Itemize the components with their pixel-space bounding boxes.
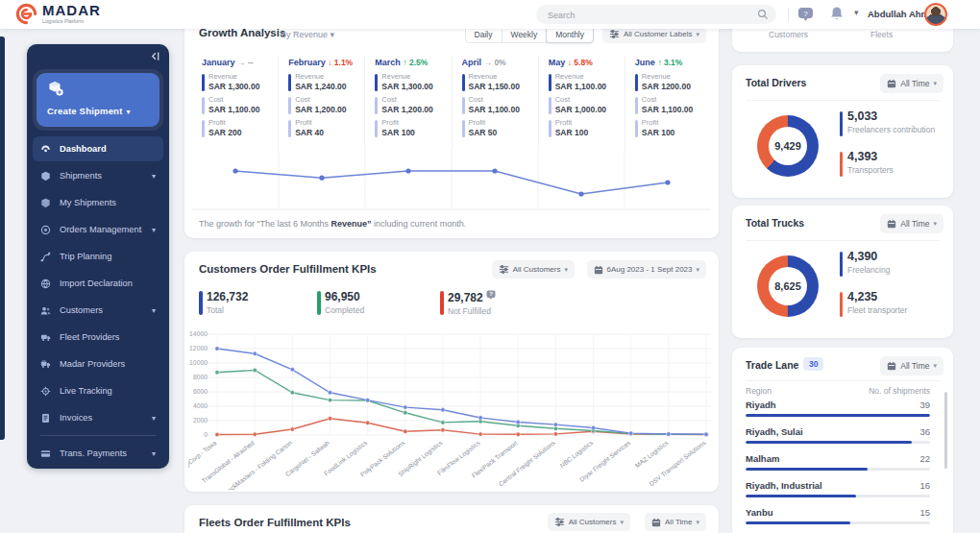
sidebar-item-fleet-providers[interactable]: Fleet Providers (33, 325, 163, 350)
dashboard-icon (40, 144, 52, 155)
region-name: Riyadh, Sulai (746, 426, 803, 437)
month-stat-profit: ProfitSAR 100 (549, 118, 625, 138)
avatar[interactable] (924, 3, 947, 26)
search-input[interactable] (546, 5, 751, 26)
sliders-icon (609, 29, 620, 39)
sliders-icon (554, 517, 565, 527)
customers-kpi-line-chart: 14000120001000080006000400020000LogiCorp… (188, 327, 715, 490)
fleets-time-filter[interactable]: All Time ▾ (645, 513, 706, 531)
month-stat-revenue: RevenueSAR 1,100.00 (549, 72, 625, 92)
by-revenue-dropdown[interactable]: By Revenue ▾ (281, 30, 334, 39)
svg-text:6000: 6000 (193, 388, 208, 395)
trade-lane-time-filter[interactable]: All Time ▾ (880, 356, 943, 376)
fleets-all-customers-filter[interactable]: All Customers ▾ (548, 513, 630, 531)
growth-line-chart (192, 148, 711, 215)
chevron-down-icon: ▾ (152, 172, 156, 181)
trade-lane-row-malham: Malham22 (746, 453, 930, 480)
shipments-count: 16 (919, 480, 930, 491)
sidebar-item-shipments[interactable]: Shipments▾ (33, 163, 163, 188)
sidebar-item-madar-providers[interactable]: Madar Providers (33, 351, 163, 376)
peek-tab-fleets[interactable]: Fleets (870, 30, 893, 39)
peek-tab-customers[interactable]: Customers (769, 30, 808, 39)
user-menu-chevron-icon[interactable]: ▾ (854, 8, 859, 17)
collapse-sidebar-icon[interactable] (150, 51, 160, 61)
customers-icon (40, 305, 52, 316)
shipments-bar (746, 414, 930, 417)
kpi-not-fulfilled: 29,782? Not Fulfilled (440, 290, 496, 316)
sidebar-item-invoices[interactable]: Invoices▾ (33, 405, 163, 430)
import-declaration-icon (40, 279, 52, 289)
kpi-completed: 96,950 Completed (317, 290, 364, 315)
svg-text:14000: 14000 (189, 330, 208, 337)
help-chat-icon[interactable]: ? (797, 7, 814, 22)
month-stat-profit: ProfitSAR 50 (462, 118, 538, 138)
svg-text:NBC Logistics: NBC Logistics (558, 439, 595, 470)
shipments-icon (40, 171, 52, 182)
total-trucks-card: Total Trucks All Time ▾ 8,625 4,390 Free… (732, 206, 953, 338)
chevron-down-icon: ▾ (331, 30, 335, 39)
topbar-divider (788, 8, 789, 21)
trend-up-icon: ↑ 3.1% (657, 58, 682, 67)
logo[interactable]: MADAR Logistics Platform (15, 3, 101, 25)
chevron-down-icon: ▾ (152, 226, 156, 234)
region-name: Malham (746, 453, 779, 464)
create-shipment-button[interactable]: Create Shipment▾ (37, 73, 159, 127)
sidebar-item-orders-management[interactable]: Orders Management▾ (33, 217, 163, 242)
invoices-icon (40, 413, 52, 424)
customers-kpi-title: Customers Order Fulfillment KPIs (199, 263, 377, 275)
chevron-down-icon: ▾ (620, 519, 624, 526)
total-drivers-title: Total Drivers (746, 77, 806, 88)
chevron-down-icon: ▾ (933, 80, 937, 87)
chevron-down-icon: ▾ (933, 362, 937, 370)
payments-icon (40, 448, 52, 459)
trip-planning-icon (40, 252, 52, 262)
month-header: June ↑ 3.1% (635, 58, 711, 67)
month-stat-cost: CostSAR 1,000.00 (549, 95, 625, 115)
fleets-kpi-title: Fleets Order Fulfillment KPIs (199, 517, 351, 528)
sidebar: Create Shipment▾ DashboardShipments▾My S… (27, 44, 169, 469)
svg-text:?: ? (803, 10, 808, 18)
sidebar-item-live-tracking[interactable]: Live Tracking (33, 378, 163, 403)
month-stat-cost: CostSAR 1,100.00 (635, 95, 711, 115)
search-icon[interactable] (757, 9, 769, 20)
bell-icon[interactable] (830, 6, 844, 22)
date-range-filter[interactable]: 6Aug 2023 - 1 Sept 2023 ▾ (587, 260, 706, 279)
month-header: March ↑ 2.5% (375, 58, 451, 67)
info-tooltip-icon[interactable]: ? (486, 290, 496, 300)
sidebar-item-trans-payments[interactable]: Trans. Payments▾ (33, 441, 163, 466)
calendar-icon (887, 79, 896, 88)
madar-providers-icon (40, 359, 52, 370)
month-stat-profit: ProfitSAR 100 (635, 118, 711, 138)
shipments-bar (746, 468, 930, 471)
sidebar-nav: DashboardShipments▾My ShipmentsOrders Ma… (33, 136, 163, 468)
scrollbar-thumb[interactable] (944, 392, 947, 469)
month-stat-cost: CostSAR 1,200.00 (375, 95, 451, 115)
sidebar-divider (40, 435, 156, 436)
live-tracking-icon (40, 386, 52, 397)
sidebar-item-trip-planning[interactable]: Trip Planning (33, 244, 163, 269)
customers-kpi-card: Customers Order Fulfillment KPIs All Cus… (184, 252, 719, 492)
growth-analysis-card: Growth Analysis By Revenue ▾ DailyWeekly… (184, 15, 719, 238)
svg-text:10000: 10000 (189, 359, 208, 366)
sidebar-item-import-declaration[interactable]: Import Declaration (33, 271, 163, 296)
trucks-time-filter[interactable]: All Time ▾ (880, 214, 943, 233)
month-column-june: June ↑ 3.1%RevenueSAR 1200.00CostSAR 1,1… (625, 56, 711, 148)
madar-logo-icon (15, 3, 37, 25)
sidebar-item-customers[interactable]: Customers▾ (33, 298, 163, 323)
create-shipment-icon (47, 80, 64, 97)
month-stat-revenue: RevenueSAR 1,300.00 (375, 72, 451, 92)
dashboard-page: Growth Analysis By Revenue ▾ DailyWeekly… (0, 0, 980, 533)
growth-months-row: January → --RevenueSAR 1,300.00CostSAR 1… (192, 56, 711, 148)
left-edge-panel (0, 36, 5, 440)
month-stat-revenue: RevenueSAR 1,240.00 (288, 72, 364, 92)
sidebar-item-dashboard[interactable]: Dashboard (33, 136, 163, 161)
month-column-march: March ↑ 2.5%RevenueSAR 1,300.00CostSAR 1… (364, 56, 451, 148)
all-customers-filter[interactable]: All Customers ▾ (492, 260, 575, 279)
sidebar-item-my-shipments[interactable]: My Shipments (33, 190, 163, 215)
month-stat-cost: CostSAR 1,200.00 (288, 95, 364, 115)
chevron-down-icon: ▾ (933, 220, 937, 228)
svg-text:8000: 8000 (193, 374, 208, 380)
svg-text:0: 0 (204, 431, 208, 438)
chevron-down-icon: ▾ (152, 306, 156, 315)
drivers-time-filter[interactable]: All Time ▾ (880, 74, 943, 93)
